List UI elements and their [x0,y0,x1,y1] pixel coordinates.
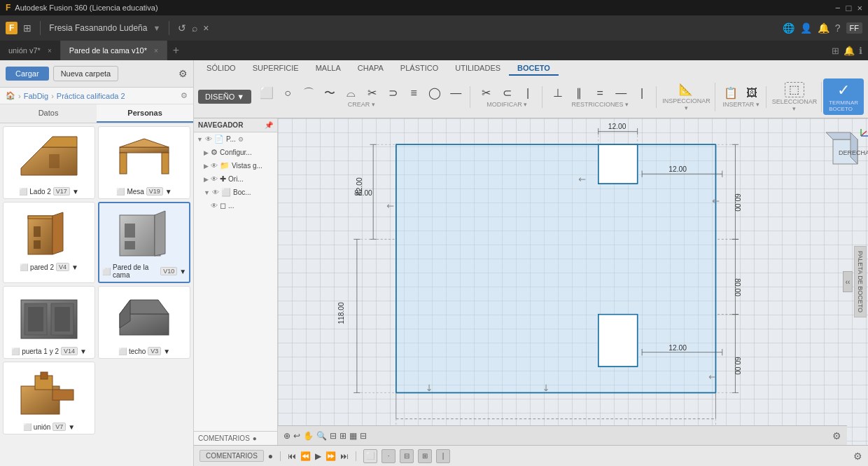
nav-icon-3[interactable]: ✋ [303,431,314,441]
load-button[interactable]: Cargar [6,67,49,81]
notification-icon[interactable]: 🔔 [844,46,855,56]
version-arrow5[interactable]: ▼ [80,348,87,355]
tab-pared-cama[interactable]: Pared de la cama v10* × [61,41,167,60]
tab-add-button[interactable]: + [167,41,185,60]
insert-btn1[interactable]: 📋 [721,86,741,100]
nav-settings-icon[interactable]: ⚙ [238,136,244,143]
breadcrumb-icon[interactable]: ⚙ [181,91,188,100]
modify-btn3[interactable]: | [518,86,538,100]
maximize-button[interactable]: □ [846,3,852,13]
constraint-btn2[interactable]: ∥ [569,86,589,100]
thumb-puerta[interactable]: ⬜ puerta 1 y 2 V14 ▼ [3,286,95,359]
tab-malla[interactable]: MALLA [307,62,349,76]
create-more-btn[interactable]: — [446,86,465,100]
playback-back[interactable]: ⏪ [300,451,311,461]
nav-item-config[interactable]: ▶ ⚙ Configur... [194,146,277,159]
nav-comment-icon[interactable]: ● [253,434,257,442]
create-fillet-btn[interactable]: ⌓ [341,86,360,100]
tab-pared-close[interactable]: × [154,47,158,55]
nav-eye4[interactable]: 👁 [212,189,219,196]
nav-icon-7[interactable]: ▦ [349,431,357,441]
tab-utilidades[interactable]: UTILIDADES [447,62,509,76]
version-arrow2[interactable]: ▼ [165,188,172,196]
playback-forward[interactable]: ⏩ [326,451,336,461]
tab-boceto[interactable]: BOCETO [509,62,559,76]
playback-play[interactable]: ▶ [315,451,321,461]
thumb-pared2[interactable]: ⬜ pared 2 V4 ▼ [3,202,95,283]
thumb-techo[interactable]: ⬜ techo V3 ▼ [98,286,190,359]
point-btn[interactable]: · [382,449,396,463]
create-offset-btn[interactable]: ⊃ [383,86,402,100]
new-folder-button[interactable]: Nueva carpeta [53,66,119,81]
nav-icon-4[interactable]: 🔍 [316,431,327,441]
finish-boceto-button[interactable]: ✓ TERMINAR BOCETO [823,78,864,115]
create-arc-btn[interactable]: ⌒ [299,86,318,100]
layout-icon[interactable]: ⊞ [832,46,839,56]
version-arrow4[interactable]: ▼ [179,268,186,275]
tab-datos[interactable]: Datos [0,104,97,123]
nav-icon-5[interactable]: ⊟ [330,431,337,441]
nav-item-vistas[interactable]: ▶ 👁 📁 Vistas g... [194,159,277,172]
thumb-union[interactable]: ⬜ unión V7 ▼ [3,362,95,434]
create-trim-btn[interactable]: ✂ [362,86,382,100]
tab-union-close[interactable]: × [48,47,52,55]
panel-settings-button[interactable]: ⚙ [178,68,188,79]
comments-tab[interactable]: COMENTARIOS [200,450,264,462]
select-btn1[interactable]: ⬚ [785,82,804,97]
grid-btn[interactable]: ⊟ [400,449,414,463]
inspect-btn1[interactable]: 📐 [676,83,696,97]
constraint-btn1[interactable]: ⊥ [548,86,568,100]
create-circle-btn[interactable]: ○ [278,86,298,100]
info-icon[interactable]: ℹ [859,46,862,56]
version-arrow6[interactable]: ▼ [163,348,170,355]
nav-eye5[interactable]: 👁 [211,202,218,210]
canvas-settings[interactable]: ⚙ [832,430,841,441]
constraint-btn5[interactable]: | [632,86,652,100]
breadcrumb-home[interactable]: 🏠 [6,91,15,100]
nav-pin-icon[interactable]: 📌 [265,121,273,129]
help-icon[interactable]: ? [835,22,841,34]
version-arrow[interactable]: ▼ [72,188,79,196]
nav-eye3[interactable]: 👁 [211,175,218,183]
thumb-pared-cama[interactable]: ⬜ Pared de la cama V10 ▼ [98,202,190,283]
nav-item-boc[interactable]: ▼ 👁 ⬜ Boc... [194,186,277,199]
modify-btn1[interactable]: ✂ [476,86,496,100]
thumb-mesa[interactable]: ⬜ Mesa V19 ▼ [98,126,190,199]
nav-icon-8[interactable]: ⊟ [360,431,367,441]
close-header-icon[interactable]: × [203,22,209,34]
constraint-btn3[interactable]: = [590,86,610,100]
snap-btn[interactable]: ⬜ [363,449,377,463]
minimize-button[interactable]: − [835,3,841,13]
thumb-lado2[interactable]: ⬜ Lado 2 V17 ▼ [3,126,95,199]
tab-plastico[interactable]: PLÁSTICO [392,62,447,76]
nav-icon-2[interactable]: ↩ [293,431,300,441]
version-arrow3[interactable]: ▼ [71,263,78,271]
nav-icon-6[interactable]: ⊞ [340,431,346,441]
create-line-btn[interactable]: ⬜ [257,86,276,100]
nav-item-sub[interactable]: 👁 ◻ ... [194,199,277,212]
create-ellipse-btn[interactable]: ◯ [425,86,444,100]
nav-icon-1[interactable]: ⊕ [284,431,290,441]
modify-btn2[interactable]: ⊂ [497,86,517,100]
tab-chapa[interactable]: CHAPA [349,62,392,76]
tab-solido[interactable]: SÓLIDO [198,62,244,76]
insert-btn2[interactable]: 🖼 [742,86,762,100]
search-icon[interactable]: ⌕ [192,22,197,34]
drawing-canvas[interactable]: DERECHA ‹‹ PALETA DE BOCETO [278,118,868,445]
bell-icon[interactable]: 🔔 [818,22,830,34]
breadcrumb-fabdig[interactable]: FabDig [24,92,48,100]
tab-personas[interactable]: Personas [97,104,193,123]
create-pattern-btn[interactable]: ≡ [404,86,424,100]
constraint-btn4[interactable]: — [611,86,631,100]
refresh-icon[interactable]: ↺ [178,22,186,34]
dropdown-arrow[interactable]: ▼ [153,24,160,32]
create-spline-btn[interactable]: 〜 [320,86,340,100]
tab-union[interactable]: unión v7* × [0,41,61,60]
dim-btn[interactable]: ⊞ [418,449,432,463]
nav-item-ori[interactable]: ▶ 👁 ✚ Ori... [194,172,277,186]
comment-pin[interactable]: ● [268,451,273,461]
nav-eye2[interactable]: 👁 [211,162,218,170]
playback-start[interactable]: ⏮ [288,451,296,461]
globe-icon[interactable]: 🌐 [783,22,794,34]
breadcrumb-practica[interactable]: Práctica calificada 2 [57,92,125,100]
